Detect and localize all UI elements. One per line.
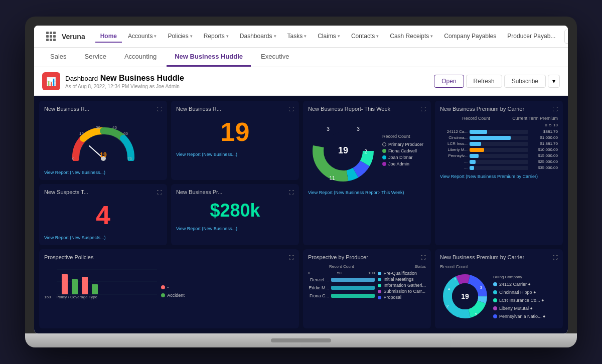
widget-footer[interactable]: View Report (New Business Premium by Car…	[440, 174, 558, 179]
nav-policies[interactable]: Policies ▾	[163, 31, 197, 43]
chart-header: Record Count Current Term Premium	[440, 116, 558, 121]
legend-pennsylvania: Pennsylvania Natio... ●	[493, 314, 545, 319]
nav-reports[interactable]: Reports ▾	[199, 31, 234, 43]
nav-contacts[interactable]: Contacts ▾	[346, 31, 384, 43]
widget-suspects: New Suspects T... ⛶ 4 View Report (New S…	[39, 184, 167, 245]
y-axis-label: 160	[44, 295, 51, 299]
svg-text:60: 60	[123, 131, 128, 136]
dashboard-label: Dashboard	[65, 75, 98, 82]
widget-footer[interactable]: View Report (New Business...)	[44, 170, 162, 175]
nav-producer-payables[interactable]: Producer Payab...	[502, 31, 560, 43]
legend-item-fiona: Fiona Cadwell	[382, 148, 431, 153]
producer-denzel: Denzel ...	[308, 277, 375, 282]
carrier-row: Pennsylv... $15,000.00	[440, 153, 558, 158]
svg-text:3: 3	[327, 126, 330, 132]
nav-accounts[interactable]: Accounts ▾	[123, 31, 162, 43]
svg-text:45: 45	[112, 125, 117, 130]
producer-rows: Denzel ... Eddie M... Fiona C...	[308, 277, 375, 299]
widget-footer[interactable]: View Report (New Business Report- This W…	[308, 190, 426, 195]
chevron-down-icon: ▾	[190, 34, 193, 39]
widget-footer[interactable]: View Report (New Suspects...)	[44, 235, 162, 240]
chevron-down-icon: ▾	[226, 34, 229, 39]
laptop-screen: Veruna Home Accounts ▾ Policies ▾ Report…	[34, 26, 568, 333]
record-count-label: Record Count	[382, 134, 431, 139]
nav-tasks[interactable]: Tasks ▾	[282, 31, 312, 43]
nav-cash-receipts[interactable]: Cash Receipts ▾	[385, 31, 438, 43]
expand-icon[interactable]: ⛶	[289, 106, 294, 112]
subscribe-button[interactable]: Subscribe	[504, 75, 546, 88]
legend-item-joan: Joan Ditmar	[382, 155, 431, 160]
svg-text:75: 75	[127, 156, 132, 161]
status-info: Information Gatheri...	[378, 283, 426, 288]
expand-icon[interactable]: ⛶	[553, 106, 558, 112]
laptop-base	[25, 333, 577, 347]
dashboard-icon: 📊	[42, 72, 60, 90]
expand-icon[interactable]: ⛶	[157, 106, 162, 112]
svg-text:2: 2	[446, 304, 449, 308]
tab-service[interactable]: Service	[77, 48, 114, 67]
x-axis-label: Record Count	[308, 264, 375, 269]
tab-sales[interactable]: Sales	[42, 48, 75, 67]
nav-dashboards[interactable]: Dashboards ▾	[235, 31, 281, 43]
svg-text:2: 2	[364, 149, 367, 154]
widget-title: New Business Premium by Carrier ⛶	[440, 106, 558, 112]
app-name: Veruna	[62, 33, 85, 41]
expand-icon[interactable]: ⛶	[421, 106, 426, 112]
nav-claims[interactable]: Claims ▾	[313, 31, 345, 43]
open-button[interactable]: Open	[434, 75, 464, 88]
tab-executive[interactable]: Executive	[253, 48, 297, 67]
expand-icon[interactable]: ⛶	[553, 255, 558, 260]
status-proposal: Proposal	[378, 295, 426, 300]
legend-item-joe: Joe Admin	[382, 161, 431, 166]
widget-title: New Business Pr... ⛶	[176, 189, 294, 195]
nav-home[interactable]: Home	[95, 31, 122, 43]
widget-prospective-producer: Prospective by Producer ⛶ Record Count 0…	[303, 249, 431, 328]
dashboard-header: 📊 Dashboard New Business Huddle As of Au…	[34, 67, 568, 96]
refresh-button[interactable]: Refresh	[466, 75, 502, 88]
chevron-down-icon: ▾	[154, 34, 157, 39]
producer-chart-section: Record Count 050100 Denzel ... Eddie M..…	[308, 264, 426, 301]
tab-new-business-huddle[interactable]: New Business Huddle	[167, 48, 251, 67]
tabs-bar: Sales Service Accounting New Business Hu…	[34, 48, 568, 67]
svg-text:15: 15	[79, 131, 84, 136]
widget-title: New Business Report- This Week ⛶	[308, 106, 426, 112]
nav-menu: Home Accounts ▾ Policies ▾ Reports ▾ Das…	[95, 31, 561, 43]
widget-title: New Business R... ⛶	[176, 106, 294, 112]
widget-title: New Suspects T... ⛶	[44, 189, 162, 195]
svg-text:11: 11	[329, 175, 335, 181]
widget-title: New Business R... ⛶	[44, 106, 162, 112]
expand-icon[interactable]: ⛶	[421, 255, 426, 260]
svg-text:Policy / Coverage Type: Policy / Coverage Type	[57, 295, 98, 299]
widget-new-business-gauge: New Business R... ⛶	[39, 101, 167, 180]
gauge-chart: 0 15 30 45 60 75 19	[44, 116, 162, 166]
widget-title: New Business Premium by Carrier ⛶	[440, 254, 558, 260]
carrier-row: LCR Insu... $1,881.70	[440, 141, 558, 146]
producer-bars: Record Count 050100 Denzel ... Eddie M..…	[308, 264, 375, 301]
nav-company-payables[interactable]: Company Payables	[439, 31, 501, 43]
carrier-donut-section: 19 1 3 9 2 4 Billing Company	[440, 271, 558, 323]
carrier-row: Cincinna... $1,000.00	[440, 135, 558, 140]
tab-accounting[interactable]: Accounting	[116, 48, 165, 67]
carrier-legend: Billing Company 24112 Carrier ● Cincinna…	[493, 275, 545, 320]
dropdown-button[interactable]: ▾	[548, 75, 560, 88]
dashboard-subtitle: As of Aug 8, 2022, 12:34 PM Viewing as J…	[65, 84, 184, 89]
legend-24112: 24112 Carrier ●	[493, 282, 545, 287]
legend-liberty: Liberty Mututal ●	[493, 306, 545, 311]
expand-icon[interactable]: ⛶	[289, 255, 294, 260]
expand-icon[interactable]: ⛶	[157, 190, 162, 195]
svg-text:1: 1	[454, 277, 457, 281]
status-pre-qual: Pre-Qualification	[378, 271, 426, 276]
widget-footer[interactable]: View Report (New Business...)	[176, 152, 294, 157]
producer-eddie: Eddie M...	[308, 285, 375, 290]
svg-text:4: 4	[448, 287, 450, 291]
suspects-number: 4	[44, 200, 162, 230]
expand-icon[interactable]: ⛶	[289, 190, 294, 195]
laptop-frame: Veruna Home Accounts ▾ Policies ▾ Report…	[25, 17, 577, 347]
chevron-down-icon: ▾	[376, 34, 379, 39]
widget-footer[interactable]: View Report (New Business...)	[176, 226, 294, 231]
apps-grid-icon[interactable]	[46, 32, 56, 42]
widget-premium: New Business Pr... ⛶ $280k View Report (…	[171, 184, 299, 245]
legend-item-primary: Primary Producer	[382, 142, 431, 147]
svg-text:30: 30	[96, 125, 100, 130]
widget-carrier-premium-top: New Business Premium by Carrier ⛶ Record…	[435, 101, 563, 245]
